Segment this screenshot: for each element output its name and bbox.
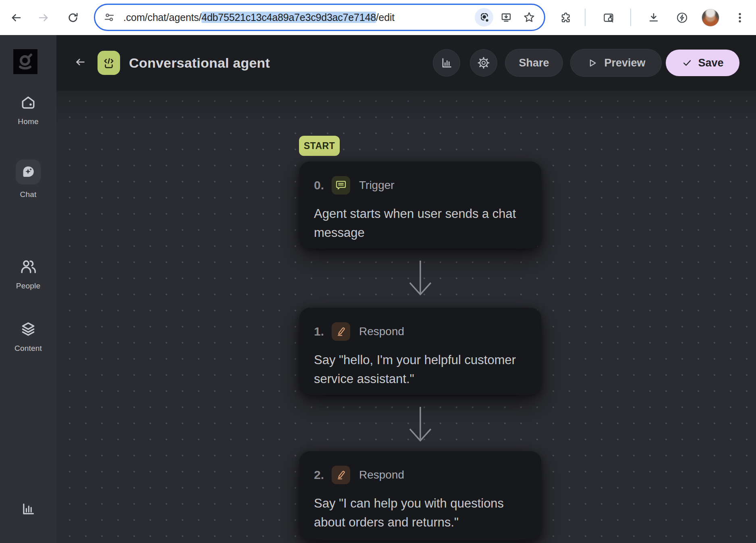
code-agent-icon — [102, 55, 116, 70]
node-description: Agent starts when user sends a chat mess… — [314, 204, 527, 242]
sidebar-item-home[interactable]: Home — [0, 94, 56, 126]
node-index: 2. — [314, 468, 332, 482]
sidebar-label-content: Content — [15, 344, 42, 353]
downloads-button[interactable] — [647, 11, 660, 24]
star-icon — [522, 10, 536, 24]
url-selected-text: 4db75521c13c4a89a7e3c9d3ac7e7148 — [201, 12, 376, 23]
sidebar-label-home: Home — [18, 117, 38, 126]
toolbar-divider — [585, 8, 586, 26]
google-lens-button[interactable] — [475, 8, 493, 27]
lens-icon-background — [475, 8, 493, 27]
sidebar-label-chat: Chat — [20, 190, 37, 199]
node-description: Say "hello, I'm your helpful customer se… — [314, 350, 527, 388]
bar-chart-icon — [20, 501, 37, 518]
chat-active-tile — [16, 160, 41, 184]
agent-type-icon-tile — [98, 51, 120, 75]
preview-button-label: Preview — [604, 57, 645, 69]
install-app-button[interactable] — [500, 11, 513, 24]
share-button-label: Share — [519, 57, 549, 69]
people-icon — [19, 257, 37, 276]
analytics-button[interactable] — [433, 49, 460, 77]
browser-back-button[interactable] — [10, 11, 23, 24]
node-header: 1. Respond — [314, 322, 527, 341]
message-icon — [335, 179, 347, 191]
bookmark-button[interactable] — [522, 10, 536, 24]
profile-avatar — [702, 9, 719, 27]
chat-sparkle-icon — [20, 164, 36, 180]
respond-icon-tile — [332, 322, 350, 341]
settings-button[interactable] — [470, 49, 497, 77]
share-button[interactable]: Share — [505, 49, 563, 77]
editor-header: Conversational agent Share Preview Save — [56, 35, 756, 91]
sidebar-label-people: People — [16, 282, 40, 290]
node-index: 0. — [314, 178, 332, 192]
content-layers-icon — [19, 320, 37, 338]
profile-button[interactable] — [702, 9, 719, 27]
install-icon — [500, 11, 513, 24]
logo-g-icon — [15, 51, 36, 73]
node-index: 1. — [314, 325, 332, 338]
download-icon — [647, 11, 660, 24]
url-bar[interactable]: .com/chat/agents/4db75521c13c4a89a7e3c9d… — [94, 4, 545, 31]
flow-connector-arrow — [407, 406, 433, 451]
browser-reload-button[interactable] — [66, 11, 79, 24]
sidebar-item-people[interactable]: People — [0, 257, 56, 290]
bar-chart-icon — [439, 56, 454, 70]
flow-node-respond-1[interactable]: 1. Respond Say "hello, I'm your helpful … — [299, 308, 541, 395]
lightning-circle-icon — [675, 10, 689, 25]
node-type-label: Respond — [359, 468, 404, 481]
browser-toolbar: .com/chat/agents/4db75521c13c4a89a7e3c9d… — [0, 0, 756, 35]
back-arrow-icon — [10, 11, 23, 24]
flow-connector-arrow — [407, 260, 433, 305]
save-button-label: Save — [698, 57, 723, 69]
node-header: 2. Respond — [314, 466, 527, 484]
respond-icon-tile — [332, 466, 350, 484]
panel-search-icon — [602, 11, 615, 24]
gear-icon — [476, 55, 491, 70]
home-icon — [19, 94, 37, 112]
save-button[interactable]: Save — [666, 50, 739, 76]
node-header: 0. Trigger — [314, 176, 527, 195]
google-lens-icon — [478, 11, 490, 23]
preview-button[interactable]: Preview — [570, 49, 662, 77]
check-icon — [681, 57, 693, 68]
app-logo[interactable] — [13, 49, 37, 74]
browser-menu-button[interactable] — [737, 11, 743, 25]
site-settings-button[interactable] — [103, 11, 115, 23]
sidebar-item-content[interactable]: Content — [0, 320, 56, 353]
search-side-panel-button[interactable] — [602, 11, 615, 24]
node-type-label: Respond — [359, 325, 404, 338]
play-icon — [586, 57, 598, 69]
reload-icon — [66, 11, 79, 24]
forward-arrow-icon — [37, 11, 50, 24]
extension-shortcut-button[interactable] — [675, 10, 689, 25]
flow-node-trigger[interactable]: 0. Trigger Agent starts when user sends … — [299, 162, 541, 249]
url-text[interactable]: .com/chat/agents/4db75521c13c4a89a7e3c9d… — [123, 12, 395, 23]
flow-canvas[interactable]: START 0. Trigger Agent starts when user … — [56, 91, 756, 543]
sidebar-item-chat[interactable]: Chat — [0, 160, 56, 199]
editor-back-button[interactable] — [73, 55, 87, 70]
app-sidebar: Home Chat People Content — [0, 35, 56, 543]
tune-icon — [103, 11, 115, 23]
puzzle-icon — [559, 11, 572, 24]
page-title: Conversational agent — [129, 55, 270, 71]
browser-forward-button[interactable] — [37, 11, 50, 24]
node-type-label: Trigger — [359, 179, 395, 192]
trigger-icon-tile — [332, 176, 350, 195]
sidebar-analytics-button[interactable] — [0, 501, 56, 518]
extensions-button[interactable] — [559, 11, 572, 24]
pencil-icon — [335, 469, 347, 481]
start-badge: START — [299, 136, 340, 156]
back-arrow-icon — [73, 55, 87, 69]
app-window: .com/chat/agents/4db75521c13c4a89a7e3c9d… — [0, 0, 756, 543]
pencil-icon — [335, 325, 347, 338]
toolbar-divider — [630, 8, 631, 26]
flow-node-respond-2[interactable]: 2. Respond Say "I can help you with ques… — [299, 451, 541, 540]
kebab-menu-icon — [737, 11, 743, 25]
node-description: Say "I can help you with questions about… — [314, 494, 527, 532]
